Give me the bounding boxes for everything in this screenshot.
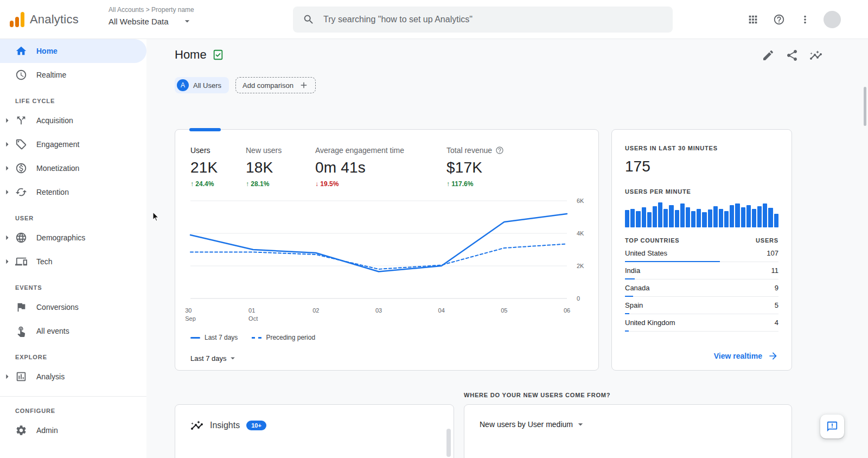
minute-bar <box>735 203 739 227</box>
metric-value: 0m 41s <box>315 159 432 176</box>
sidebar-item-label: Tech <box>36 257 53 266</box>
sidebar-item-home[interactable]: Home <box>0 39 146 63</box>
breadcrumb[interactable]: All Accounts > Property name <box>108 6 194 14</box>
globe-icon <box>15 232 27 244</box>
country-name: Canada <box>625 284 650 292</box>
metric-change: ↑ 28.1% <box>246 180 301 188</box>
x-tick-label: 06 <box>564 307 570 315</box>
caret-right-icon <box>2 256 12 267</box>
share-icon[interactable] <box>786 49 799 62</box>
date-range-selector[interactable]: Last 7 days <box>190 353 238 363</box>
page-title: Home <box>175 48 224 62</box>
account-avatar[interactable] <box>824 11 841 28</box>
add-comparison-label: Add comparison <box>242 81 293 90</box>
dimension-selector[interactable]: New users by User medium <box>480 419 776 430</box>
sidebar-item-analysis[interactable]: Analysis <box>0 365 146 389</box>
sidebar-item-monetization[interactable]: Monetization <box>0 156 146 180</box>
metric-label: Users <box>190 146 232 155</box>
metric-value: $17K <box>446 159 504 176</box>
minute-bar <box>653 206 657 227</box>
view-realtime-label: View realtime <box>714 352 762 360</box>
insights-header[interactable]: Insights 10+ <box>190 419 438 432</box>
metric-tab-total-revenue[interactable]: Total revenue$17K↑ 117.6% <box>446 146 504 188</box>
minute-bar <box>625 210 629 227</box>
property-selector[interactable]: All Website Data <box>108 16 194 27</box>
metric-label: Total revenue <box>446 146 504 155</box>
add-comparison-button[interactable]: Add comparison <box>235 77 316 93</box>
sidebar-item-label: Retention <box>36 188 69 196</box>
minute-bar <box>691 211 695 227</box>
dimension-selector-label: New users by User medium <box>480 420 573 429</box>
sidebar-item-demographics[interactable]: Demographics <box>0 226 146 250</box>
analytics-home-link[interactable]: Analytics <box>10 0 79 39</box>
chat-icon <box>826 421 838 432</box>
countries-header: TOP COUNTRIES USERS <box>625 237 778 244</box>
solid-line-swatch <box>190 337 200 339</box>
country-users: 107 <box>767 249 778 257</box>
metric-tab-new-users[interactable]: New users18K↑ 28.1% <box>246 146 301 188</box>
metrics-row: Users21K↑ 24.4%New users18K↑ 28.1%Averag… <box>190 146 504 188</box>
x-tick-label: 03 <box>375 307 382 315</box>
all-users-chip[interactable]: A All Users <box>175 77 229 93</box>
feedback-chat-button[interactable] <box>820 415 844 438</box>
view-realtime-link[interactable]: View realtime <box>714 351 778 361</box>
metric-tab-users[interactable]: Users21K↑ 24.4% <box>190 146 232 188</box>
metric-tab-average-engagement-time[interactable]: Average engagement time0m 41s↓ 19.5% <box>315 146 432 188</box>
google-apps-button[interactable] <box>741 8 765 31</box>
sidebar-item-label: All events <box>36 327 69 335</box>
caret-right-icon <box>2 139 12 150</box>
caret-right-icon <box>2 371 12 382</box>
sidebar-item-engagement[interactable]: Engagement <box>0 132 146 156</box>
search-input[interactable] <box>323 15 663 24</box>
top-countries-header: TOP COUNTRIES <box>625 237 679 244</box>
minute-bar <box>741 207 745 227</box>
card-scrollbar[interactable] <box>446 429 451 457</box>
overview-metrics-card: Users21K↑ 24.4%New users18K↑ 28.1%Averag… <box>175 129 599 371</box>
sidebar-item-realtime[interactable]: Realtime <box>0 63 146 87</box>
country-users: 4 <box>775 319 778 327</box>
split-icon <box>15 114 27 126</box>
minute-bar <box>763 203 767 227</box>
search-bar[interactable] <box>293 7 673 33</box>
metric-label: New users <box>246 146 301 155</box>
logo-bar-tall <box>21 12 24 27</box>
help-button[interactable] <box>767 8 791 31</box>
sidebar-item-admin[interactable]: Admin <box>0 418 146 442</box>
search-icon <box>303 14 315 26</box>
countries-list: United States107India11Canada9Spain5Unit… <box>625 245 778 332</box>
sidebar-item-conversions[interactable]: Conversions <box>0 295 146 319</box>
metric-change: ↓ 19.5% <box>315 180 432 188</box>
country-name: Spain <box>625 301 643 309</box>
sidebar-section-configure: CONFIGURE <box>0 396 146 418</box>
plus-icon <box>299 80 309 90</box>
sidebar-item-retention[interactable]: Retention <box>0 180 146 204</box>
new-users-card: New users by User medium <box>464 404 792 458</box>
page-actions <box>762 49 822 62</box>
sidebar-item-all-events[interactable]: All events <box>0 319 146 343</box>
minute-bar <box>724 211 729 227</box>
country-row-united-states: United States107 <box>625 245 778 262</box>
insights-hub-icon[interactable] <box>809 49 822 62</box>
dollar-icon <box>15 162 27 174</box>
x-tick-label: 30Sep <box>185 307 196 323</box>
users-line-chart[interactable] <box>190 199 567 300</box>
tag-icon <box>15 138 27 150</box>
sidebar-item-tech[interactable]: Tech <box>0 250 146 273</box>
y-axis-labels: 02K4K6K <box>577 199 595 300</box>
sidebar-item-acquisition[interactable]: Acquisition <box>0 109 146 132</box>
gear-icon <box>15 424 27 436</box>
sidebar-item-label: Monetization <box>36 164 79 173</box>
x-tick-label: 04 <box>438 307 445 315</box>
country-trend-bar <box>625 330 629 332</box>
sidebar-item-label: Acquisition <box>36 116 73 125</box>
customize-report-icon[interactable] <box>762 49 775 62</box>
analytics-logo-icon <box>10 12 24 27</box>
country-row-india: India11 <box>625 262 778 279</box>
more-options-button[interactable] <box>793 8 817 31</box>
insights-count-badge: 10+ <box>246 421 266 430</box>
realtime-card: USERS IN LAST 30 MINUTES 175 USERS PER M… <box>611 129 792 371</box>
page-scrollbar[interactable] <box>864 87 866 126</box>
minute-bar <box>663 209 668 228</box>
insights-icon <box>190 419 203 432</box>
devices-icon <box>15 256 27 268</box>
